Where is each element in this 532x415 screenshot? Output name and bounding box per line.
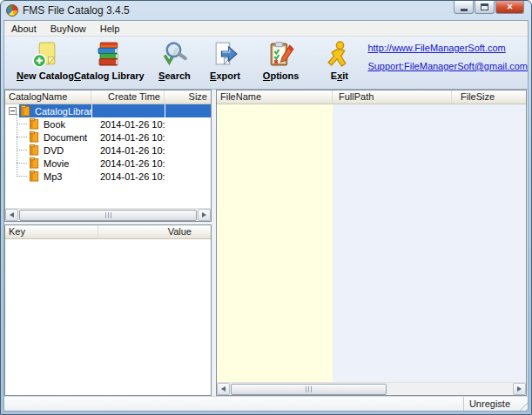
fullpath-column-area bbox=[333, 104, 526, 382]
folder-icon bbox=[29, 157, 40, 169]
tree-node-label: DVD bbox=[44, 145, 64, 156]
close-icon: ✕ bbox=[507, 3, 514, 11]
column-header-size[interactable]: Size bbox=[165, 90, 211, 104]
column-header-createtime[interactable]: Create Time bbox=[91, 90, 165, 104]
tree-cell-size bbox=[165, 170, 211, 183]
column-header-value[interactable]: Value bbox=[98, 225, 211, 238]
export-label: Export bbox=[210, 70, 240, 81]
scroll-right-button[interactable] bbox=[198, 209, 211, 221]
catalog-tree-header: CatalogName Create Time Size bbox=[5, 90, 211, 104]
toolbar: New Catalog Catalog Library bbox=[4, 37, 528, 90]
menu-buynow[interactable]: BuyNow bbox=[44, 22, 93, 36]
minimize-icon bbox=[461, 9, 468, 11]
tree-node-label: Book bbox=[44, 119, 65, 130]
resize-grip-icon[interactable] bbox=[515, 398, 528, 411]
arrow-right-icon bbox=[517, 386, 522, 392]
folder-icon bbox=[29, 144, 40, 156]
tree-node-label: Mp3 bbox=[44, 171, 62, 182]
app-icon bbox=[6, 4, 18, 17]
arrow-right-icon bbox=[202, 212, 206, 218]
tree-cell-size bbox=[165, 131, 211, 144]
tree-cell-createtime: 2014-01-26 10:16... bbox=[91, 157, 165, 170]
window-controls: ✕ bbox=[454, 1, 524, 14]
register-status: Unregiste bbox=[463, 397, 515, 411]
minimize-button[interactable] bbox=[454, 1, 474, 14]
column-header-key[interactable]: Key bbox=[5, 225, 98, 238]
left-column: CatalogName Create Time Size bbox=[4, 90, 212, 396]
catalog-library-icon bbox=[95, 40, 124, 69]
search-label: Search bbox=[158, 70, 191, 81]
tree-row-book[interactable]: Book 2014-01-26 10:16... bbox=[5, 117, 211, 131]
options-icon bbox=[266, 40, 295, 69]
tree-horizontal-scrollbar[interactable] bbox=[5, 208, 211, 221]
menu-help[interactable]: Help bbox=[93, 22, 127, 36]
tree-cell-createtime: 2014-01-26 10:16... bbox=[91, 170, 165, 183]
tree-cell-size bbox=[165, 117, 211, 131]
tree-row-cataloglibrary[interactable]: CatalogLibrary bbox=[5, 104, 211, 117]
file-list-panel: FileName FullPath FileSize bbox=[216, 90, 527, 396]
catalog-tree-body: CatalogLibrary Book bbox=[5, 104, 211, 208]
app-window: FMS File Catalog 3.4.5 ✕ About BuyNow He… bbox=[0, 0, 532, 415]
catalog-library-label: Catalog Library bbox=[74, 70, 145, 81]
column-header-filename[interactable]: FileName bbox=[217, 90, 333, 104]
properties-body bbox=[5, 239, 211, 395]
arrow-left-icon bbox=[10, 212, 14, 218]
arrow-left-icon bbox=[221, 386, 226, 392]
column-header-filesize[interactable]: FileSize bbox=[452, 90, 526, 104]
properties-panel: Key Value bbox=[4, 224, 212, 396]
tree-row-mp3[interactable]: Mp3 2014-01-26 10:16... bbox=[5, 170, 211, 183]
title-bar: FMS File Catalog 3.4.5 bbox=[1, 1, 531, 19]
tree-cell-size bbox=[165, 144, 211, 157]
scroll-left-button[interactable] bbox=[5, 209, 18, 221]
export-icon bbox=[211, 40, 239, 69]
new-catalog-icon bbox=[31, 40, 60, 69]
tree-cell-size bbox=[165, 104, 211, 117]
close-button[interactable]: ✕ bbox=[495, 1, 524, 14]
column-header-fullpath[interactable]: FullPath bbox=[333, 90, 452, 104]
column-header-catalogname[interactable]: CatalogName bbox=[5, 90, 91, 104]
tree-row-document[interactable]: Document 2014-01-26 10:16... bbox=[5, 131, 211, 144]
status-bar: Unregiste bbox=[4, 396, 528, 411]
options-label: Options bbox=[263, 70, 300, 81]
client-area: About BuyNow Help New Catalog bbox=[3, 20, 529, 412]
folder-icon bbox=[29, 171, 40, 182]
tree-cell-size bbox=[165, 157, 211, 170]
exit-button[interactable]: Exit bbox=[325, 37, 354, 81]
new-catalog-button[interactable]: New Catalog bbox=[17, 37, 74, 81]
tree-cell-createtime: 2014-01-26 10:16... bbox=[91, 117, 165, 131]
scroll-right-button[interactable] bbox=[513, 383, 526, 395]
window-title: FMS File Catalog 3.4.5 bbox=[23, 4, 130, 17]
tree-cell-createtime bbox=[91, 104, 165, 117]
support-email-link[interactable]: Support:FileManagerSoft@gmail.com bbox=[367, 61, 528, 71]
options-button[interactable]: Options bbox=[263, 37, 300, 81]
tree-row-dvd[interactable]: DVD 2014-01-26 10:16... bbox=[5, 144, 211, 157]
website-link[interactable]: http://www.FileManagerSoft.com bbox=[367, 43, 528, 53]
catalog-library-button[interactable]: Catalog Library bbox=[74, 37, 145, 81]
scroll-left-button[interactable] bbox=[217, 383, 230, 395]
main-area: CatalogName Create Time Size bbox=[4, 90, 528, 396]
maximize-button[interactable] bbox=[475, 1, 495, 14]
exit-icon bbox=[325, 40, 354, 69]
toolbar-links: http://www.FileManagerSoft.com Support:F… bbox=[367, 37, 528, 71]
file-list-horizontal-scrollbar[interactable] bbox=[217, 382, 526, 395]
tree-node-label: Document bbox=[44, 132, 87, 143]
search-button[interactable]: Search bbox=[157, 37, 192, 81]
file-list-body bbox=[217, 104, 526, 382]
folder-icon bbox=[29, 131, 40, 143]
catalog-tree-panel: CatalogName Create Time Size bbox=[4, 90, 212, 222]
export-button[interactable]: Export bbox=[208, 37, 242, 81]
maximize-icon bbox=[481, 3, 488, 10]
tree-cell-createtime: 2014-01-26 10:16... bbox=[91, 131, 165, 144]
menu-about[interactable]: About bbox=[4, 22, 44, 36]
tree-node-label: Movie bbox=[44, 158, 69, 169]
exit-label: Exit bbox=[331, 70, 348, 81]
filename-column-area bbox=[217, 104, 333, 382]
properties-header: Key Value bbox=[5, 225, 211, 239]
scrollbar-thumb[interactable] bbox=[231, 384, 387, 395]
scrollbar-thumb[interactable] bbox=[19, 210, 197, 221]
tree-row-movie[interactable]: Movie 2014-01-26 10:16... bbox=[5, 157, 211, 170]
folder-icon bbox=[29, 118, 40, 130]
search-icon bbox=[160, 40, 189, 69]
new-catalog-label: New Catalog bbox=[17, 70, 74, 81]
menu-bar: About BuyNow Help bbox=[4, 21, 528, 37]
